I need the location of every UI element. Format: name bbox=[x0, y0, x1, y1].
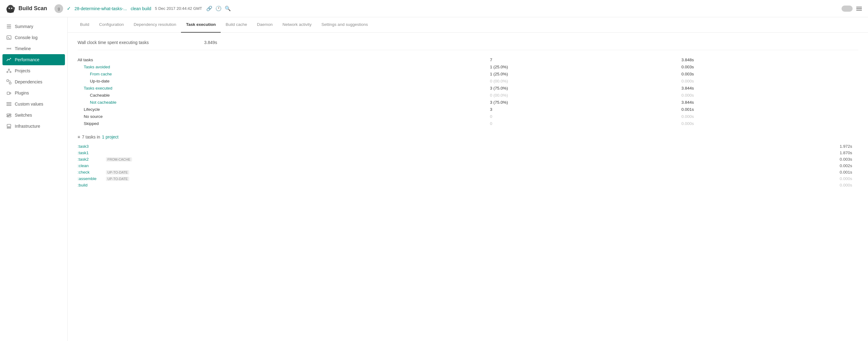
sidebar-item-switches[interactable]: Switches bbox=[0, 110, 67, 121]
svg-rect-7 bbox=[7, 26, 11, 27]
task-stat-label[interactable]: Tasks executed bbox=[84, 86, 112, 91]
menu-button[interactable] bbox=[855, 5, 863, 12]
tab-bar: Build Configuration Dependency resolutio… bbox=[68, 17, 868, 33]
svg-point-17 bbox=[10, 71, 11, 73]
task-time: 1.870s bbox=[840, 151, 858, 155]
task-stat-label: Cacheable bbox=[90, 93, 110, 98]
task-time: 0.003s bbox=[840, 157, 858, 162]
task-name[interactable]: :build bbox=[78, 183, 102, 187]
custom-values-icon bbox=[6, 101, 12, 107]
sidebar-label-performance: Performance bbox=[15, 57, 39, 62]
task-stat-name-cell: Skipped bbox=[78, 120, 490, 127]
sidebar-item-custom-values[interactable]: Custom values bbox=[0, 98, 67, 110]
task-name[interactable]: :task2 bbox=[78, 157, 102, 162]
task-name[interactable]: :check bbox=[78, 170, 102, 175]
avatar: g bbox=[55, 4, 63, 13]
theme-toggle[interactable] bbox=[841, 5, 852, 12]
task-stat-name-cell: Not cacheable bbox=[78, 99, 490, 106]
tab-build[interactable]: Build bbox=[75, 17, 94, 33]
svg-point-5 bbox=[11, 8, 12, 9]
task-stat-count-cell: 0 bbox=[490, 113, 681, 120]
task-stat-label: Skipped bbox=[84, 121, 99, 126]
sidebar-item-console-log[interactable]: Console log bbox=[0, 32, 67, 43]
sidebar-item-dependencies[interactable]: Dependencies bbox=[0, 76, 67, 87]
sidebar-item-summary[interactable]: Summary bbox=[0, 21, 67, 32]
sidebar-item-infrastructure[interactable]: Infrastructure bbox=[0, 121, 67, 132]
table-row: Cacheable 0 (00.0%) 0.000s bbox=[78, 92, 858, 99]
sidebar-label-custom-values: Custom values bbox=[15, 101, 43, 106]
history-icon[interactable]: 🕐 bbox=[215, 5, 222, 12]
search-icon[interactable]: 🔍 bbox=[224, 5, 231, 12]
svg-point-15 bbox=[8, 69, 9, 70]
list-item: :task2 FROM-CACHE 0.003s bbox=[78, 156, 858, 162]
task-stat-label[interactable]: Tasks avoided bbox=[84, 65, 110, 69]
tab-dependency-resolution[interactable]: Dependency resolution bbox=[129, 17, 181, 33]
infrastructure-icon bbox=[6, 123, 12, 129]
task-time: 0.002s bbox=[840, 163, 858, 168]
list-item: :clean 0.002s bbox=[78, 162, 858, 169]
svg-rect-27 bbox=[7, 114, 11, 115]
task-stat-time-cell: 0.001s bbox=[681, 106, 858, 113]
task-stat-name-cell: Lifecycle bbox=[78, 106, 490, 113]
task-name[interactable]: :task3 bbox=[78, 144, 102, 149]
table-row: All tasks 7 3.848s bbox=[78, 56, 858, 63]
tab-task-execution[interactable]: Task execution bbox=[181, 17, 221, 33]
dependencies-icon bbox=[6, 79, 12, 85]
task-stat-label[interactable]: Not cacheable bbox=[90, 100, 116, 105]
table-row: Lifecycle 3 0.001s bbox=[78, 106, 858, 113]
header-icons: 🔗 🕐 🔍 bbox=[206, 5, 231, 12]
table-row: Skipped 0 0.000s bbox=[78, 120, 858, 127]
tab-daemon[interactable]: Daemon bbox=[252, 17, 278, 33]
task-name[interactable]: :clean bbox=[78, 163, 102, 168]
sidebar-item-plugins[interactable]: Plugins bbox=[0, 87, 67, 98]
sidebar: Summary Console log Timeline Performance… bbox=[0, 17, 68, 341]
svg-point-3 bbox=[8, 5, 13, 10]
header-right bbox=[841, 5, 863, 12]
task-stat-count-cell: 1 (25.0%) bbox=[490, 70, 681, 78]
svg-point-28 bbox=[9, 114, 10, 115]
wall-clock-label: Wall clock time spent executing tasks bbox=[78, 40, 149, 45]
task-badge: UP-TO-DATE bbox=[106, 177, 129, 181]
sidebar-item-projects[interactable]: Projects bbox=[0, 65, 67, 76]
table-row: No source 0 0.000s bbox=[78, 113, 858, 120]
tab-configuration[interactable]: Configuration bbox=[94, 17, 129, 33]
tab-settings-suggestions[interactable]: Settings and suggestions bbox=[316, 17, 373, 33]
table-row: Up-to-date 0 (00.0%) 0.000s bbox=[78, 78, 858, 85]
sidebar-label-infrastructure: Infrastructure bbox=[15, 124, 40, 129]
svg-line-19 bbox=[9, 70, 10, 71]
task-time: 1.972s bbox=[840, 144, 858, 149]
svg-line-18 bbox=[7, 70, 9, 71]
timeline-icon bbox=[6, 46, 12, 52]
link-icon[interactable]: 🔗 bbox=[206, 5, 213, 12]
task-stat-count-cell: 3 (75.0%) bbox=[490, 85, 681, 92]
header-center: g ✓ 28-determine-what-tasks-... clean bu… bbox=[55, 4, 841, 13]
task-time: 0.000s bbox=[840, 183, 858, 187]
console-icon bbox=[6, 35, 12, 40]
task-time: 0.001s bbox=[840, 170, 858, 175]
task-stat-time-cell: 0.000s bbox=[681, 113, 858, 120]
sidebar-item-performance[interactable]: Performance bbox=[2, 54, 65, 65]
task-stat-label: Up-to-date bbox=[90, 79, 110, 84]
list-item: :assemble UP-TO-DATE 0.000s bbox=[78, 176, 858, 182]
task-stat-name-cell: All tasks bbox=[78, 56, 490, 63]
task-stat-label[interactable]: From cache bbox=[90, 72, 112, 76]
table-row: Tasks executed 3 (75.0%) 3.844s bbox=[78, 85, 858, 92]
build-link[interactable]: 28-determine-what-tasks-... bbox=[74, 6, 127, 11]
svg-point-16 bbox=[7, 71, 8, 73]
sidebar-label-plugins: Plugins bbox=[15, 91, 29, 95]
svg-rect-6 bbox=[7, 25, 11, 25]
task-stat-time-cell: 0.003s bbox=[681, 63, 858, 70]
list-item: :task1 1.870s bbox=[78, 150, 858, 156]
tab-network-activity[interactable]: Network activity bbox=[278, 17, 317, 33]
task-name[interactable]: :assemble bbox=[78, 176, 102, 181]
project-link[interactable]: 1 project bbox=[102, 134, 119, 140]
tasks-header: ≡ 7 tasks in 1 project bbox=[78, 134, 858, 140]
task-name[interactable]: :task1 bbox=[78, 151, 102, 155]
task-stat-name-cell: From cache bbox=[78, 70, 490, 78]
tasks-count: 7 tasks in bbox=[82, 134, 100, 140]
list-item: :task3 1.972s bbox=[78, 143, 858, 150]
sidebar-item-timeline[interactable]: Timeline bbox=[0, 43, 67, 54]
projects-icon bbox=[6, 68, 12, 73]
sidebar-label-switches: Switches bbox=[15, 113, 32, 118]
tab-build-cache[interactable]: Build cache bbox=[221, 17, 252, 33]
